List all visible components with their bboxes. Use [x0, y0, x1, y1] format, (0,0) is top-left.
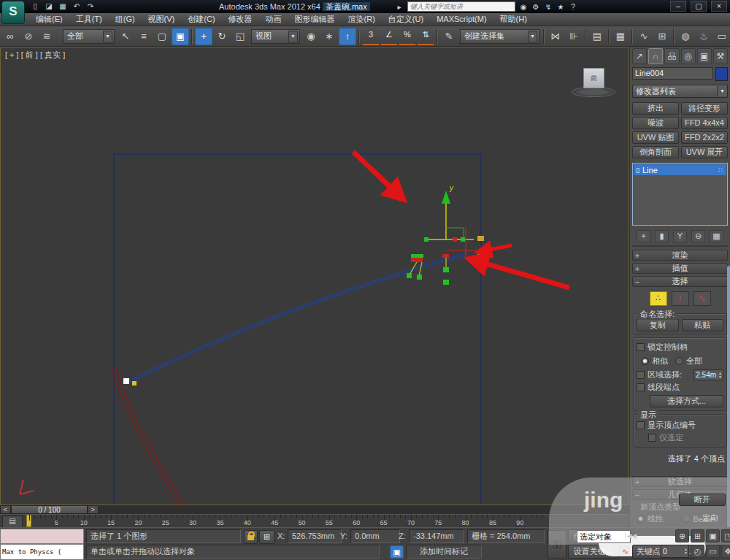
yellow-vertex[interactable]: [477, 254, 484, 259]
area-selection-checkbox[interactable]: 区域选择: 2.54m ▲▼: [637, 369, 723, 380]
menu-item-6[interactable]: 动画: [259, 13, 288, 26]
mini-curve-editor-button[interactable]: ▤: [2, 515, 23, 528]
panel-scrollbar[interactable]: [727, 266, 730, 529]
menu-item-9[interactable]: 自定义(U): [382, 13, 430, 26]
menu-item-2[interactable]: 组(G): [109, 13, 142, 26]
absolute-offset-icon[interactable]: ⊞: [259, 530, 274, 544]
set-key-button[interactable]: 设置关键点: [568, 545, 619, 559]
align-icon[interactable]: ⊪: [565, 28, 583, 45]
redo-icon[interactable]: ↷: [85, 1, 96, 12]
menu-item-11[interactable]: 帮助(H): [493, 13, 534, 26]
blue-spline[interactable]: [128, 253, 468, 381]
select-object-icon[interactable]: ↖: [117, 28, 134, 45]
modify-tab-icon[interactable]: ∩: [648, 48, 663, 64]
percent-snap-icon[interactable]: %: [399, 27, 416, 45]
unlink-selection-icon[interactable]: ⊘: [20, 28, 37, 45]
configure-modifier-sets-icon[interactable]: ▦: [710, 230, 723, 242]
selected-vertex[interactable]: [453, 237, 457, 242]
rendered-frame-icon[interactable]: ▭: [713, 28, 730, 45]
front-viewport[interactable]: [ + ] [ 前 ] [ 真实 ] y: [0, 47, 629, 505]
save-file-icon[interactable]: ▦: [57, 1, 69, 12]
viewport-label[interactable]: [ + ] [ 前 ] [ 真实 ]: [5, 50, 65, 61]
new-file-icon[interactable]: ▯: [29, 1, 41, 12]
modifier-button-3[interactable]: FFD 4x4x4: [681, 117, 728, 129]
motion-tab-icon[interactable]: ◎: [681, 48, 696, 64]
similar-radio[interactable]: 相似: [641, 356, 668, 367]
menu-item-5[interactable]: 修改器: [222, 13, 259, 26]
undo-icon[interactable]: ↶: [71, 1, 82, 12]
rollout-soft-selection[interactable]: +软选择: [632, 476, 728, 487]
rectangular-selection-region-icon[interactable]: ▢: [153, 28, 171, 45]
copy-button[interactable]: 复制: [637, 319, 679, 331]
reference-coordinate-dropdown[interactable]: 视图▼: [251, 29, 300, 44]
menu-item-8[interactable]: 渲染(R): [342, 13, 382, 26]
viewcube[interactable]: 前: [572, 66, 617, 99]
show-vertex-numbers-checkbox[interactable]: 显示顶点编号: [637, 420, 723, 431]
select-and-move-icon[interactable]: +: [195, 28, 212, 45]
layer-manager-icon[interactable]: ▤: [588, 28, 606, 45]
angle-snap-icon[interactable]: ∠: [380, 27, 398, 45]
bind-to-space-warp-icon[interactable]: ≋: [38, 28, 55, 45]
break-button[interactable]: 断开: [679, 494, 726, 506]
zoom-extents-icon[interactable]: ▣: [706, 529, 720, 542]
modifier-stack[interactable]: ▯ Line ∷: [632, 163, 728, 226]
zoom-extents-all-icon[interactable]: ◳: [721, 529, 730, 542]
vertex-subobject-icon[interactable]: ∴: [650, 291, 667, 306]
open-file-icon[interactable]: ◪: [43, 1, 55, 12]
time-slider-handle[interactable]: 0 / 100: [11, 505, 88, 514]
selected-vertex[interactable]: [411, 258, 423, 262]
vertex-handle[interactable]: [461, 237, 465, 242]
spline-subobject-icon[interactable]: ∿: [694, 291, 711, 306]
make-unique-icon[interactable]: Y: [673, 230, 687, 242]
window-crossing-icon[interactable]: ▣: [172, 28, 189, 45]
hierarchy-tab-icon[interactable]: 品: [664, 48, 679, 64]
bezier-handle[interactable]: [407, 273, 412, 278]
material-editor-icon[interactable]: ◍: [677, 28, 694, 45]
viewcube-front-face[interactable]: 前: [583, 68, 604, 88]
menu-item-1[interactable]: 工具(T): [69, 13, 109, 26]
modifier-button-2[interactable]: 噪波: [632, 117, 679, 129]
area-selection-spinner[interactable]: 2.54m ▲▼: [694, 369, 723, 380]
rollout-selection[interactable]: −选择: [632, 276, 728, 287]
modifier-button-1[interactable]: 路径变形: [681, 102, 728, 115]
go-to-start-icon[interactable]: |◀◀: [625, 529, 637, 543]
minimize-button[interactable]: –: [670, 1, 686, 12]
maxscript-macro-recorder[interactable]: [0, 529, 84, 544]
communication-center-icon[interactable]: ⚙: [531, 3, 541, 11]
rollout-render[interactable]: +渲染: [632, 250, 728, 261]
schematic-view-icon[interactable]: ⊞: [653, 28, 671, 45]
x-coordinate-field[interactable]: 526.753mm: [288, 529, 342, 543]
remove-modifier-icon[interactable]: ⊖: [691, 230, 705, 242]
menu-item-7[interactable]: 图形编辑器: [288, 13, 342, 26]
search-input[interactable]: [407, 1, 515, 12]
set-keys-button[interactable]: ⚿: [548, 530, 566, 559]
create-tab-icon[interactable]: ↗: [632, 48, 647, 64]
time-tag-icon[interactable]: ▣: [390, 545, 404, 559]
menu-item-3[interactable]: 视图(V): [142, 13, 182, 26]
edit-named-selections-icon[interactable]: ✎: [440, 28, 458, 45]
bezier-handle[interactable]: [443, 280, 449, 285]
selection-filter-dropdown[interactable]: 全部▼: [63, 29, 115, 44]
select-by-name-icon[interactable]: ≡: [135, 28, 153, 45]
subscription-center-icon[interactable]: ↯: [543, 3, 553, 11]
red-spline[interactable]: [116, 368, 185, 505]
use-pivot-center-icon[interactable]: ◉: [302, 28, 320, 45]
menu-item-4[interactable]: 创建(C): [181, 13, 221, 26]
spinner-snap-icon[interactable]: ⇅: [417, 27, 434, 45]
linear-radio[interactable]: 线性: [637, 513, 678, 524]
favorites-icon[interactable]: ★: [556, 3, 566, 11]
graphite-ribbon-icon[interactable]: ▦: [612, 28, 629, 45]
curve-editor-icon[interactable]: ∿: [635, 28, 653, 45]
modifier-button-4[interactable]: UVW 贴图: [632, 131, 679, 144]
yellow-vertex[interactable]: [132, 381, 137, 386]
selected-only-checkbox[interactable]: 仅选定: [648, 432, 723, 443]
select-and-link-icon[interactable]: ∞: [1, 28, 19, 45]
zoom-icon[interactable]: ⊕: [675, 529, 689, 542]
infocenter-help-icon[interactable]: ?: [568, 3, 578, 11]
prev-frame-button[interactable]: <: [0, 505, 11, 514]
modifier-button-6[interactable]: 倒角剖面: [632, 146, 679, 158]
show-end-result-icon[interactable]: ▮: [655, 230, 669, 242]
selection-lock-icon[interactable]: [244, 530, 258, 544]
pin-stack-icon[interactable]: ⌖: [637, 230, 650, 242]
z-coordinate-field[interactable]: -33.147mm: [409, 529, 464, 543]
